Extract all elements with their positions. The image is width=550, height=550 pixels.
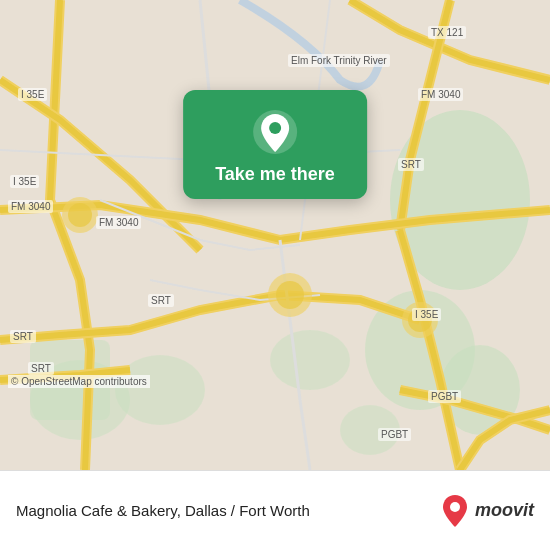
svg-point-6 <box>115 355 205 425</box>
svg-point-1 <box>390 110 530 290</box>
svg-point-12 <box>276 281 304 309</box>
svg-rect-0 <box>0 0 550 470</box>
road-label-tx121: TX 121 <box>428 26 466 39</box>
road-label-fm3040-2: FM 3040 <box>96 216 141 229</box>
road-label-srt-2: SRT <box>10 330 36 343</box>
road-label-fm3040-3: FM 3040 <box>418 88 463 101</box>
road-label-srt-1: SRT <box>148 294 174 307</box>
road-label-i35e-1: I 35E <box>18 88 47 101</box>
map-attribution: © OpenStreetMap contributors <box>8 375 150 388</box>
location-pin-icon <box>251 108 299 156</box>
popup-label: Take me there <box>215 164 335 185</box>
road-label-srt-3: SRT <box>28 362 54 375</box>
location-text: Magnolia Cafe & Bakery, Dallas / Fort Wo… <box>16 502 310 519</box>
road-label-srt-4: SRT <box>398 158 424 171</box>
road-label-i35e-3: I 35E <box>412 308 441 321</box>
svg-point-7 <box>270 330 350 390</box>
svg-point-9 <box>62 197 98 233</box>
road-label-pgbt-1: PGBT <box>428 390 461 403</box>
road-label-river: Elm Fork Trinity River <box>288 54 390 67</box>
info-bar: Magnolia Cafe & Bakery, Dallas / Fort Wo… <box>0 470 550 550</box>
moovit-logo: moovit <box>439 493 534 529</box>
road-label-pgbt-2: PGBT <box>378 428 411 441</box>
road-label-fm3040-1: FM 3040 <box>8 200 53 213</box>
svg-point-16 <box>269 122 281 134</box>
road-label-i35e-2: I 35E <box>10 175 39 188</box>
moovit-icon <box>439 493 471 529</box>
map-popup[interactable]: Take me there <box>183 90 367 199</box>
svg-point-11 <box>268 273 312 317</box>
moovit-wordmark: moovit <box>475 500 534 521</box>
svg-point-17 <box>450 502 460 512</box>
map-container: I 35E I 35E FM 3040 FM 3040 SRT SRT SRT … <box>0 0 550 470</box>
svg-point-10 <box>68 203 92 227</box>
